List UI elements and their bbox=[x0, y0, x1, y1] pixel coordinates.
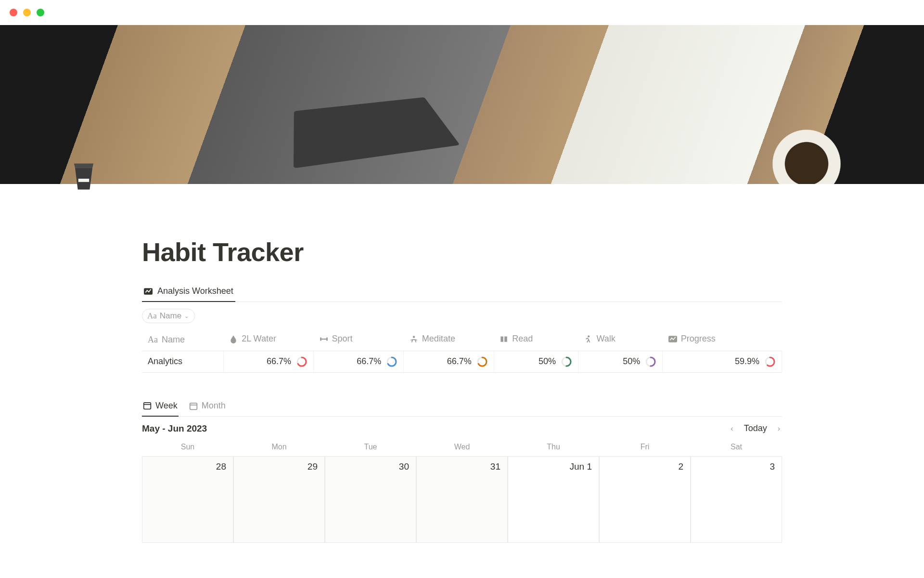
water-drop-icon bbox=[229, 335, 238, 343]
tab-month[interactable]: Month bbox=[188, 397, 227, 416]
filter-name-pill[interactable]: Aa Name ⌄ bbox=[142, 309, 195, 323]
filter-label: Name bbox=[160, 311, 181, 321]
tab-label: Week bbox=[155, 401, 178, 411]
cell-read: 50% bbox=[494, 351, 578, 372]
col-meditate[interactable]: Meditate bbox=[404, 329, 494, 351]
progress-ring-icon bbox=[296, 356, 308, 368]
date-label: Jun 1 bbox=[570, 461, 592, 472]
col-label: Meditate bbox=[422, 334, 455, 344]
calendar-nav: ‹ Today › bbox=[729, 423, 782, 434]
calendar-cell[interactable]: 3 bbox=[691, 456, 782, 543]
date-label: 30 bbox=[399, 461, 409, 472]
chart-icon bbox=[144, 287, 154, 296]
analysis-tabs: Analysis Worksheet bbox=[142, 282, 782, 302]
coffee-cup-icon bbox=[66, 157, 101, 192]
col-label: Read bbox=[512, 334, 533, 344]
pct-value: 59.9% bbox=[735, 356, 759, 367]
text-type-icon: Aa bbox=[147, 311, 157, 321]
cover-image[interactable] bbox=[0, 25, 924, 184]
cell-water: 66.7% bbox=[223, 351, 313, 372]
calendar-range: May - Jun 2023 bbox=[142, 423, 207, 434]
col-label: Name bbox=[162, 335, 185, 345]
cell-name: Analytics bbox=[142, 351, 223, 372]
page-icon[interactable] bbox=[66, 157, 101, 192]
col-name[interactable]: AaName bbox=[142, 329, 223, 351]
svg-point-5 bbox=[413, 336, 415, 338]
next-week-button[interactable]: › bbox=[776, 423, 782, 434]
pct-value: 50% bbox=[623, 356, 640, 367]
table-row[interactable]: Analytics 66.7% 66.7% 66.7% 50% 50% 59.9… bbox=[142, 351, 782, 372]
day-header: Mon bbox=[233, 439, 325, 456]
tab-label: Month bbox=[202, 401, 226, 411]
day-header: Wed bbox=[416, 439, 508, 456]
tab-week[interactable]: Week bbox=[142, 397, 179, 417]
tab-label: Analysis Worksheet bbox=[157, 286, 233, 296]
today-button[interactable]: Today bbox=[744, 423, 767, 434]
date-label: 29 bbox=[308, 461, 318, 472]
day-header: Sat bbox=[691, 439, 782, 456]
svg-rect-2 bbox=[320, 337, 321, 341]
book-icon bbox=[500, 335, 508, 343]
calendar-icon bbox=[143, 401, 152, 410]
day-header: Fri bbox=[599, 439, 691, 456]
calendar-cell[interactable]: 31 bbox=[416, 456, 508, 543]
pct-value: 66.7% bbox=[357, 356, 381, 367]
text-type-icon: Aa bbox=[148, 335, 158, 345]
day-header: Thu bbox=[508, 439, 599, 456]
calendar-week-grid: 28293031Jun 123 bbox=[142, 456, 782, 543]
calendar-cell[interactable]: Jun 1 bbox=[508, 456, 599, 543]
col-sport[interactable]: Sport bbox=[314, 329, 404, 351]
cell-meditate: 66.7% bbox=[404, 351, 494, 372]
progress-ring-icon bbox=[645, 356, 656, 368]
meditate-icon bbox=[410, 335, 418, 343]
progress-ring-icon bbox=[764, 356, 776, 368]
maximize-window-button[interactable] bbox=[37, 9, 44, 16]
analytics-table: AaName 2L Water Sport Meditate Read Walk bbox=[142, 329, 782, 373]
minimize-window-button[interactable] bbox=[23, 9, 31, 16]
calendar-cell[interactable]: 30 bbox=[325, 456, 416, 543]
progress-ring-icon bbox=[561, 356, 572, 368]
pct-value: 50% bbox=[539, 356, 556, 367]
day-header: Tue bbox=[325, 439, 416, 456]
svg-rect-0 bbox=[78, 179, 90, 182]
progress-ring-icon bbox=[386, 356, 398, 368]
svg-rect-20 bbox=[144, 403, 151, 409]
svg-point-6 bbox=[588, 335, 590, 337]
date-label: 2 bbox=[678, 461, 683, 472]
calendar-day-headers: Sun Mon Tue Wed Thu Fri Sat bbox=[142, 439, 782, 456]
pct-value: 66.7% bbox=[447, 356, 472, 367]
calendar-cell[interactable]: 2 bbox=[599, 456, 691, 543]
calendar-cell[interactable]: 28 bbox=[142, 456, 233, 543]
pct-value: 66.7% bbox=[267, 356, 291, 367]
col-walk[interactable]: Walk bbox=[578, 329, 662, 351]
calendar-header: May - Jun 2023 ‹ Today › bbox=[142, 417, 782, 439]
tab-analysis-worksheet[interactable]: Analysis Worksheet bbox=[142, 282, 235, 302]
cell-walk: 50% bbox=[578, 351, 662, 372]
calendar-view-tabs: Week Month bbox=[142, 397, 782, 417]
window-titlebar bbox=[0, 0, 924, 25]
calendar-icon bbox=[189, 402, 198, 410]
dumbbell-icon bbox=[320, 335, 328, 343]
col-label: 2L Water bbox=[242, 334, 276, 344]
prev-week-button[interactable]: ‹ bbox=[729, 423, 735, 434]
chevron-down-icon: ⌄ bbox=[184, 313, 189, 319]
col-label: Progress bbox=[681, 334, 716, 344]
progress-chart-icon bbox=[668, 335, 677, 343]
svg-rect-4 bbox=[321, 338, 326, 339]
date-label: 31 bbox=[490, 461, 500, 472]
svg-rect-3 bbox=[326, 337, 328, 341]
progress-ring-icon bbox=[476, 356, 488, 368]
date-label: 3 bbox=[770, 461, 775, 472]
cell-progress: 59.9% bbox=[663, 351, 782, 372]
col-water[interactable]: 2L Water bbox=[223, 329, 313, 351]
walk-icon bbox=[584, 335, 592, 343]
svg-rect-22 bbox=[190, 403, 197, 409]
date-label: 28 bbox=[216, 461, 226, 472]
col-label: Walk bbox=[596, 334, 615, 344]
page-title[interactable]: Habit Tracker bbox=[142, 237, 782, 267]
close-window-button[interactable] bbox=[10, 9, 17, 16]
calendar-cell[interactable]: 29 bbox=[233, 456, 325, 543]
col-label: Sport bbox=[332, 334, 353, 344]
col-read[interactable]: Read bbox=[494, 329, 578, 351]
col-progress[interactable]: Progress bbox=[663, 329, 782, 351]
